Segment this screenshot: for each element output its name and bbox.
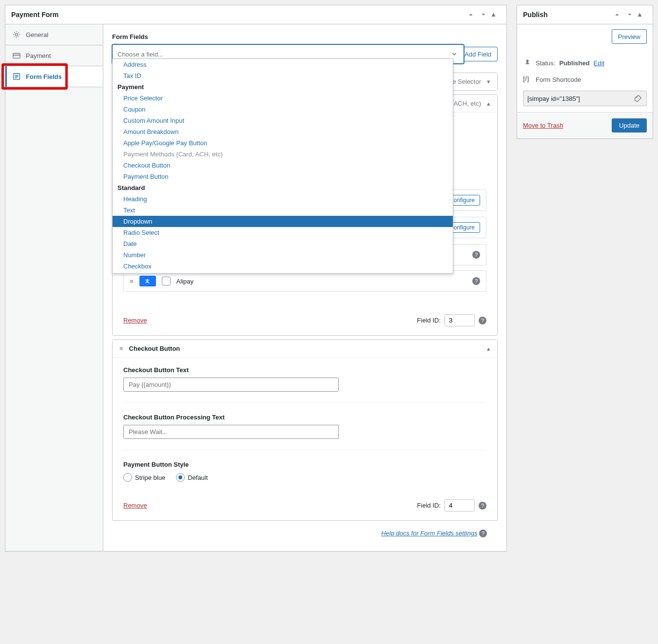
field-id-label: Field ID: <box>417 317 441 324</box>
field-id-label: Field ID: <box>417 502 441 509</box>
dd-text[interactable]: Text <box>113 205 453 216</box>
dd-taxid[interactable]: Tax ID <box>113 70 453 81</box>
tab-form-fields[interactable]: Form Fields <box>5 66 103 87</box>
dd-address[interactable]: Address <box>113 59 453 70</box>
remove-link[interactable]: Remove <box>123 502 147 509</box>
publish-box: Publish ▴ Preview Status: Published Edit… <box>517 5 653 139</box>
chevron-down-icon[interactable] <box>625 10 634 19</box>
card-checkout: ≡Checkout Button ▴ Checkout Button Text … <box>112 340 498 521</box>
pin-icon <box>523 58 532 67</box>
preview-button[interactable]: Preview <box>612 29 647 44</box>
drag-icon[interactable]: ≡ <box>119 345 123 352</box>
checkout-text-label: Checkout Button Text <box>123 366 486 374</box>
field-id-input[interactable] <box>445 314 475 326</box>
tab-payment[interactable]: Payment <box>5 45 103 66</box>
stripe-label: Stripe blue <box>135 474 165 481</box>
checkout-title: Checkout Button <box>129 345 180 352</box>
dd-coupon[interactable]: Coupon <box>113 104 453 115</box>
tab-form-fields-label: Form Fields <box>26 73 62 80</box>
publish-title: Publish <box>523 11 548 19</box>
dd-number[interactable]: Number <box>113 249 453 261</box>
alipay-label: Alipay <box>176 278 466 285</box>
remove-link[interactable]: Remove <box>123 317 147 324</box>
dd-checkout-button[interactable]: Checkout Button <box>113 160 453 171</box>
field-dropdown[interactable]: Address Tax ID Payment Price Selector Co… <box>112 58 453 274</box>
caret-up-icon[interactable]: ▴ <box>487 100 490 107</box>
dd-amount-breakdown[interactable]: Amount Breakdown <box>113 126 453 137</box>
tab-general[interactable]: General <box>5 24 103 45</box>
update-button[interactable]: Update <box>612 118 647 133</box>
caret-down-icon[interactable]: ▾ <box>487 78 490 85</box>
gear-icon <box>12 30 21 39</box>
dd-group-standard: Standard <box>113 182 453 193</box>
choose-field-value: Choose a field... <box>117 51 163 58</box>
form-icon <box>12 72 21 81</box>
radio-stripe[interactable] <box>123 473 132 482</box>
tab-payment-label: Payment <box>26 52 51 59</box>
dd-checkbox[interactable]: Checkbox <box>113 261 453 272</box>
dd-dropdown[interactable]: Dropdown <box>113 216 453 227</box>
field-id-input[interactable] <box>445 499 475 511</box>
dd-price-selector[interactable]: Price Selector <box>113 93 453 104</box>
button-style-label: Payment Button Style <box>123 461 486 468</box>
drag-icon[interactable]: ≡ <box>130 278 134 285</box>
help-icon[interactable]: ? <box>479 530 487 537</box>
status-value: Published <box>559 59 589 67</box>
help-icon[interactable]: ? <box>479 317 486 324</box>
status-label: Status: <box>536 59 555 67</box>
default-label: Default <box>188 474 208 481</box>
add-field-button[interactable]: Add Field <box>458 47 498 61</box>
alipay-checkbox[interactable] <box>162 277 171 285</box>
shortcode-icon: [/] <box>523 75 532 84</box>
dd-heading[interactable]: Heading <box>113 193 453 205</box>
alipay-icon: 支 <box>139 276 156 286</box>
checkout-proc-label: Checkout Button Processing Text <box>123 414 486 421</box>
caret-up-icon[interactable]: ▴ <box>492 10 501 19</box>
chevron-up-icon[interactable] <box>466 10 475 19</box>
checkout-text-input[interactable] <box>123 378 339 392</box>
dd-hidden[interactable]: Hidden <box>113 272 453 274</box>
help-icon[interactable]: ? <box>479 502 486 510</box>
chevron-down-icon <box>450 50 459 58</box>
dd-date[interactable]: Date <box>113 238 453 249</box>
main-box-header: Payment Form ▴ <box>5 5 506 24</box>
svg-point-0 <box>15 33 18 36</box>
tag-icon[interactable] <box>634 94 642 103</box>
svg-point-4 <box>636 96 637 97</box>
dd-radio[interactable]: Radio Select <box>113 227 453 238</box>
svg-rect-1 <box>13 54 20 58</box>
caret-up-icon[interactable]: ▴ <box>638 10 647 19</box>
shortcode-value: [simpay id="1385"] <box>527 95 580 102</box>
svg-rect-2 <box>13 55 20 56</box>
dd-group-payment: Payment <box>113 81 453 93</box>
form-fields-heading: Form Fields <box>112 33 498 40</box>
caret-up-icon[interactable]: ▴ <box>487 345 490 352</box>
dd-payment-methods[interactable]: Payment Methods (Card, ACH, etc) <box>113 149 453 160</box>
help-icon[interactable]: ? <box>472 277 480 285</box>
radio-default[interactable] <box>176 473 185 482</box>
chevron-up-icon[interactable] <box>613 10 621 19</box>
dd-applepay[interactable]: Apple Pay/Google Pay Button <box>113 137 453 149</box>
move-to-trash-link[interactable]: Move to Trash <box>523 122 563 129</box>
main-title: Payment Form <box>11 11 58 19</box>
dd-payment-button[interactable]: Payment Button <box>113 171 453 182</box>
checkout-proc-input[interactable] <box>123 425 339 439</box>
help-icon[interactable]: ? <box>472 251 480 259</box>
dd-custom-amount[interactable]: Custom Amount Input <box>113 115 453 126</box>
edit-status-link[interactable]: Edit <box>594 59 604 67</box>
chevron-down-icon[interactable] <box>479 10 488 19</box>
shortcode-label: Form Shortcode <box>536 76 581 83</box>
tab-general-label: General <box>26 31 48 38</box>
card-icon <box>12 51 21 60</box>
help-docs-link[interactable]: Help docs for Form Fields settings <box>381 530 477 537</box>
